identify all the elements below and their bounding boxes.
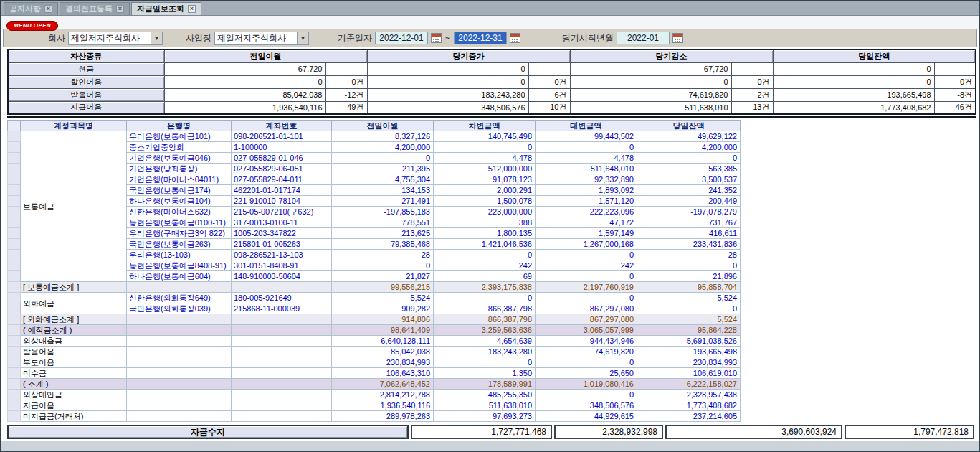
daily-balance-cell[interactable]: 5,524 xyxy=(637,293,741,303)
credit-amount-cell[interactable]: 511,648,010 xyxy=(536,164,637,174)
carry-forward-cell[interactable]: 106,643,310 xyxy=(332,368,434,379)
bank-name-cell[interactable]: 하나은행(보통예금604) xyxy=(127,271,232,282)
tab-자금일보조회[interactable]: 자금일보조회× xyxy=(131,2,201,15)
account-number-cell[interactable] xyxy=(232,325,332,336)
account-row[interactable]: 외상매출금6,640,128,111-4,654,639944,434,9465… xyxy=(8,336,741,347)
credit-amount-cell[interactable]: 92,332,890 xyxy=(536,174,637,185)
daily-balance-cell[interactable]: 2,328,957,438 xyxy=(637,390,741,400)
period-start-input[interactable]: 2022-01 xyxy=(617,32,670,44)
daily-balance-cell[interactable]: 0 xyxy=(637,260,741,271)
credit-amount-cell[interactable]: 1,893,092 xyxy=(536,185,637,196)
row-indicator[interactable] xyxy=(8,250,21,260)
account-number-cell[interactable]: 027-055829-06-051 xyxy=(232,164,332,174)
account-row[interactable]: 외상매입금2,814,212,788485,255,35002,328,957,… xyxy=(8,390,741,400)
debit-amount-cell[interactable]: 0 xyxy=(434,357,536,368)
carry-forward-cell[interactable]: 7,062,648,452 xyxy=(332,379,434,390)
bank-name-cell[interactable]: 국민은행(보통예금174) xyxy=(127,185,232,196)
credit-amount-cell[interactable]: 44,929,615 xyxy=(536,411,637,422)
daily-balance-cell[interactable]: 4,200,000 xyxy=(637,142,741,153)
bank-name-cell[interactable] xyxy=(127,314,232,325)
debit-amount-cell[interactable]: 183,243,280 xyxy=(434,347,536,357)
calendar-icon[interactable] xyxy=(431,33,442,43)
row-indicator[interactable] xyxy=(8,314,21,325)
account-number-cell[interactable]: 215868-11-000039 xyxy=(232,303,332,314)
credit-amount-cell[interactable]: 0 xyxy=(536,271,637,282)
credit-amount-cell[interactable]: 0 xyxy=(536,390,637,400)
account-row[interactable]: 지급어음1,936,540,116511,638,010348,506,5761… xyxy=(8,400,741,411)
bank-name-cell[interactable]: 농협은행(보통예금0100-11) xyxy=(127,217,232,228)
site-select[interactable]: 제일저지주식회사 ▼ xyxy=(214,32,309,45)
bank-name-cell[interactable] xyxy=(127,336,232,347)
bank-name-cell[interactable] xyxy=(127,347,232,357)
bank-name-cell[interactable]: 기업은행(당좌통장) xyxy=(127,164,232,174)
account-row[interactable]: ( 예적금소계 )-98,641,4093,259,563,6363,065,0… xyxy=(8,325,741,336)
account-number-cell[interactable]: 215801-01-005263 xyxy=(232,239,332,250)
account-row[interactable]: [ 외화예금소계 ]914,806866,387,798867,297,0805… xyxy=(8,314,741,325)
account-number-cell[interactable]: 317-0013-0100-11 xyxy=(232,217,332,228)
calendar-icon[interactable] xyxy=(672,33,683,43)
credit-amount-cell[interactable]: 1,019,080,416 xyxy=(536,379,637,390)
credit-amount-cell[interactable]: 242 xyxy=(536,260,637,271)
carry-forward-cell[interactable]: 211,395 xyxy=(332,164,434,174)
account-number-cell[interactable]: 301-0151-8408-91 xyxy=(232,260,332,271)
daily-balance-cell[interactable]: 3,500,537 xyxy=(637,174,741,185)
debit-amount-cell[interactable]: 1,500,078 xyxy=(434,196,536,207)
carry-forward-cell[interactable]: -98,641,409 xyxy=(332,325,434,336)
daily-balance-cell[interactable]: 106,619,010 xyxy=(637,368,741,379)
account-number-cell[interactable] xyxy=(232,314,332,325)
row-indicator[interactable] xyxy=(8,325,21,336)
tab-close-icon[interactable]: × xyxy=(44,5,52,13)
debit-amount-cell[interactable]: 0 xyxy=(434,142,536,153)
bank-name-cell[interactable] xyxy=(127,379,232,390)
row-indicator[interactable] xyxy=(8,131,21,142)
row-indicator[interactable] xyxy=(8,228,21,239)
account-number-cell[interactable] xyxy=(232,379,332,390)
daily-balance-cell[interactable]: 563,385 xyxy=(637,164,741,174)
row-indicator[interactable] xyxy=(8,303,21,314)
debit-amount-cell[interactable]: 866,387,798 xyxy=(434,303,536,314)
daily-balance-cell[interactable]: 230,834,993 xyxy=(637,357,741,368)
account-number-cell[interactable] xyxy=(232,400,332,411)
carry-forward-cell[interactable]: 0 xyxy=(332,260,434,271)
row-indicator[interactable] xyxy=(8,411,21,422)
daily-balance-cell[interactable]: 237,214,605 xyxy=(637,411,741,422)
carry-forward-cell[interactable]: 213,625 xyxy=(332,228,434,239)
account-row[interactable]: 보통예금우리은행(보통예금101)098-286521-01-1018,327,… xyxy=(8,131,741,142)
carry-forward-cell[interactable]: 2,814,212,788 xyxy=(332,390,434,400)
credit-amount-cell[interactable]: 25,650 xyxy=(536,368,637,379)
credit-amount-cell[interactable]: 222,223,096 xyxy=(536,207,637,217)
carry-forward-cell[interactable]: 5,524 xyxy=(332,293,434,303)
debit-amount-cell[interactable]: 223,000,000 xyxy=(434,207,536,217)
debit-amount-cell[interactable]: 91,078,123 xyxy=(434,174,536,185)
debit-amount-cell[interactable]: 4,478 xyxy=(434,153,536,164)
bank-name-cell[interactable] xyxy=(127,368,232,379)
bank-name-cell[interactable]: 기업은행(마이너스04011) xyxy=(127,174,232,185)
daily-balance-cell[interactable]: 49,629,122 xyxy=(637,131,741,142)
tab-결의전표등록[interactable]: 결의전표등록× xyxy=(60,2,130,15)
carry-forward-cell[interactable]: 21,827 xyxy=(332,271,434,282)
account-number-cell[interactable] xyxy=(232,347,332,357)
daily-balance-cell[interactable]: 28 xyxy=(637,250,741,260)
carry-forward-cell[interactable]: -99,556,215 xyxy=(332,282,434,293)
bank-name-cell[interactable]: 기업은행(보통예금046) xyxy=(127,153,232,164)
account-row[interactable]: 받을어음85,042,038183,243,28074,619,820193,6… xyxy=(8,347,741,357)
debit-amount-cell[interactable]: 242 xyxy=(434,260,536,271)
account-number-cell[interactable] xyxy=(232,357,332,368)
row-indicator[interactable] xyxy=(8,164,21,174)
account-number-cell[interactable]: 1-100000 xyxy=(232,142,332,153)
carry-forward-cell[interactable]: 778,551 xyxy=(332,217,434,228)
credit-amount-cell[interactable]: 867,297,080 xyxy=(536,314,637,325)
debit-amount-cell[interactable]: 388 xyxy=(434,217,536,228)
daily-balance-cell[interactable]: 193,665,498 xyxy=(637,347,741,357)
debit-amount-cell[interactable]: 69 xyxy=(434,271,536,282)
row-indicator[interactable] xyxy=(8,271,21,282)
bank-name-cell[interactable]: 신한은행(외화통장649) xyxy=(127,293,232,303)
debit-amount-cell[interactable]: 1,421,046,536 xyxy=(434,239,536,250)
row-indicator[interactable] xyxy=(8,239,21,250)
row-indicator[interactable] xyxy=(8,379,21,390)
date-from-input[interactable]: 2022-12-01 xyxy=(375,32,428,44)
account-number-cell[interactable] xyxy=(232,336,332,347)
account-number-cell[interactable] xyxy=(232,390,332,400)
account-number-cell[interactable]: 180-005-921649 xyxy=(232,293,332,303)
credit-amount-cell[interactable]: 0 xyxy=(536,293,637,303)
